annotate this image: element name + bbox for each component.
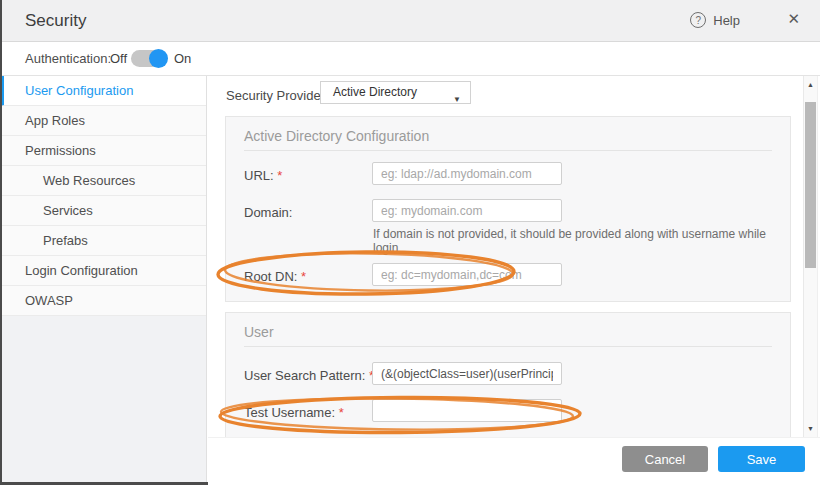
main-content: Security Provider: Active Directory ▼ Ac… bbox=[208, 76, 820, 437]
toggle-knob bbox=[149, 49, 168, 68]
user-search-pattern-input[interactable] bbox=[372, 362, 562, 385]
vertical-scrollbar[interactable]: ▲ ▼ bbox=[803, 76, 818, 437]
divider bbox=[244, 150, 772, 151]
sidebar-item-prefabs[interactable]: Prefabs bbox=[0, 226, 206, 256]
toggle-off-label: Off bbox=[110, 51, 127, 66]
required-marker: * bbox=[277, 168, 282, 183]
user-search-pattern-label: User Search Pattern: * bbox=[244, 368, 374, 383]
domain-label: Domain: bbox=[244, 205, 292, 220]
sidebar-item-web-resources[interactable]: Web Resources bbox=[0, 166, 206, 196]
test-username-label: Test Username: * bbox=[244, 405, 344, 420]
authentication-row: Authentication: Off On bbox=[0, 42, 820, 76]
security-provider-dropdown[interactable]: Active Directory ▼ bbox=[320, 81, 471, 104]
required-marker: * bbox=[339, 405, 344, 420]
domain-help-text: If domain is not provided, it should be … bbox=[373, 227, 790, 255]
sidebar-item-owasp[interactable]: OWASP bbox=[0, 286, 206, 316]
authentication-toggle[interactable] bbox=[131, 50, 167, 67]
save-button[interactable]: Save bbox=[718, 446, 805, 472]
help-label: Help bbox=[713, 13, 740, 28]
user-panel: User User Search Pattern: * Test Usernam… bbox=[225, 312, 791, 437]
required-marker: * bbox=[301, 269, 306, 284]
ad-configuration-title: Active Directory Configuration bbox=[244, 128, 429, 144]
ad-configuration-panel: Active Directory Configuration URL: * Do… bbox=[225, 116, 791, 302]
page-title: Security bbox=[25, 11, 86, 31]
scroll-down-icon[interactable]: ▼ bbox=[804, 425, 817, 432]
url-input[interactable] bbox=[372, 162, 562, 185]
window-edge-left bbox=[0, 0, 2, 485]
dialog-footer: Cancel Save bbox=[208, 437, 820, 485]
sidebar-item-login-configuration[interactable]: Login Configuration bbox=[0, 256, 206, 286]
domain-input[interactable] bbox=[372, 199, 562, 222]
toggle-on-label: On bbox=[174, 51, 191, 66]
scroll-up-icon[interactable]: ▲ bbox=[804, 81, 817, 88]
url-label: URL: * bbox=[244, 168, 282, 183]
sidebar-item-services[interactable]: Services bbox=[0, 196, 206, 226]
dropdown-arrow-icon: ▼ bbox=[453, 89, 461, 110]
close-icon[interactable]: ✕ bbox=[787, 10, 800, 28]
sidebar-item-user-configuration[interactable]: User Configuration bbox=[0, 76, 206, 106]
divider bbox=[244, 346, 772, 347]
root-dn-label: Root DN: * bbox=[244, 269, 306, 284]
dialog-header: Security ? Help ✕ bbox=[0, 0, 820, 42]
cancel-button[interactable]: Cancel bbox=[622, 446, 708, 472]
scrollbar-thumb[interactable] bbox=[805, 102, 816, 268]
authentication-label: Authentication: bbox=[25, 51, 111, 66]
sidebar-item-app-roles[interactable]: App Roles bbox=[0, 106, 206, 136]
root-dn-input[interactable] bbox=[372, 263, 562, 286]
help-button[interactable]: ? Help bbox=[690, 12, 740, 28]
help-icon: ? bbox=[690, 12, 706, 28]
sidebar: User Configuration App Roles Permissions… bbox=[0, 76, 207, 485]
security-provider-value: Active Directory bbox=[333, 85, 417, 99]
security-provider-label: Security Provider: bbox=[226, 88, 329, 103]
test-username-input[interactable] bbox=[372, 399, 562, 422]
user-panel-title: User bbox=[244, 324, 274, 340]
sidebar-item-permissions[interactable]: Permissions bbox=[0, 136, 206, 166]
